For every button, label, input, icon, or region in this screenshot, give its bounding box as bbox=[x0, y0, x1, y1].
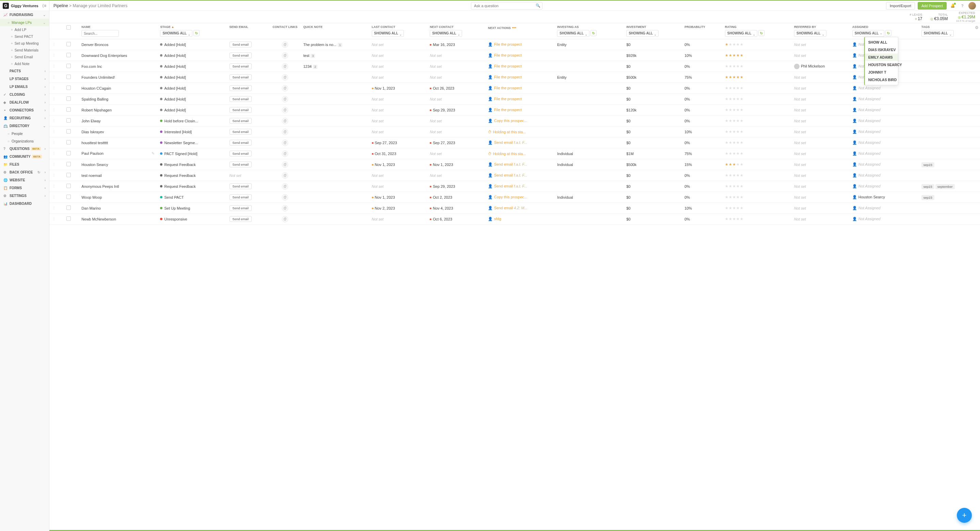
cell-investingas[interactable] bbox=[554, 170, 624, 181]
cell-rating[interactable]: ★★★★★ bbox=[722, 61, 791, 72]
send-email-button[interactable]: Send email bbox=[229, 85, 252, 91]
row-checkbox[interactable] bbox=[67, 129, 71, 134]
cell-nextcontact[interactable]: Mar 16, 2023 bbox=[427, 39, 485, 50]
cell-probability[interactable]: 0% bbox=[682, 170, 722, 181]
cell-quicknote[interactable]: 12342 bbox=[301, 61, 369, 72]
workspace-logo[interactable]: G bbox=[3, 3, 9, 9]
cell-stage[interactable]: Request Feedback bbox=[158, 170, 226, 181]
cell-nextaction[interactable]: 👤Copy this prospec... bbox=[485, 192, 554, 203]
investingas-filter[interactable]: Showing All⌄ bbox=[557, 30, 589, 37]
cell-nextcontact[interactable]: Nov 4, 2023 bbox=[427, 203, 485, 214]
send-email-button[interactable]: Send email bbox=[229, 107, 252, 113]
cell-nextaction[interactable]: 👤Send email f.a.t. F... bbox=[485, 159, 554, 170]
cell-stage[interactable]: Request Feedback bbox=[158, 181, 226, 192]
nav-section[interactable]: 🌐WEBSITE› bbox=[0, 176, 49, 184]
table-row[interactable]: ⋮ housttest testtttt Newsletter Segme...… bbox=[49, 137, 980, 148]
rating-stars[interactable]: ★★★★★ bbox=[725, 75, 744, 79]
cell-assigned[interactable]: 👤Not Assigned bbox=[850, 214, 919, 225]
nav-section[interactable]: ◆DEALFLOW› bbox=[0, 99, 49, 106]
cell-name[interactable]: Woop Woop bbox=[79, 192, 158, 203]
cell-investingas[interactable] bbox=[554, 94, 624, 105]
table-settings-icon[interactable]: ⚙ bbox=[975, 25, 978, 30]
nav-section[interactable]: 📋FORMS› bbox=[0, 184, 49, 192]
cell-stage[interactable]: Added [Hold] bbox=[158, 50, 226, 61]
cell-investment[interactable]: $0 bbox=[624, 192, 682, 203]
col-stage-label[interactable]: STAGE bbox=[160, 25, 170, 29]
table-row[interactable]: ⋮ test noemail Request Feedback Not set … bbox=[49, 170, 980, 181]
cell-assigned[interactable]: 👤Not Assigned bbox=[850, 105, 919, 116]
cell-investment[interactable]: $0 bbox=[624, 170, 682, 181]
cell-nextaction[interactable]: 👤File the prospect bbox=[485, 39, 554, 50]
cell-nextcontact[interactable]: Not set bbox=[427, 148, 485, 159]
cell-quicknote[interactable] bbox=[301, 170, 369, 181]
tag-chip[interactable]: sep23 bbox=[921, 195, 934, 200]
nav-section[interactable]: 📁FILES bbox=[0, 161, 49, 168]
nextactions-menu-icon[interactable]: ••• bbox=[512, 25, 517, 30]
cell-lastcontact[interactable]: Oct 31, 2023 bbox=[369, 148, 427, 159]
cell-referredby[interactable]: Not set bbox=[791, 72, 850, 83]
nav-section[interactable]: PACTs› bbox=[0, 67, 49, 75]
col-rating-label[interactable]: RATING bbox=[725, 25, 789, 29]
cell-quicknote[interactable]: test3 bbox=[301, 50, 369, 61]
col-name-label[interactable]: NAME bbox=[81, 25, 154, 29]
cell-name[interactable]: Founders Unlimited! bbox=[79, 72, 158, 83]
cell-quicknote[interactable] bbox=[301, 137, 369, 148]
nav-section[interactable]: ⚬CONNECTORS› bbox=[0, 106, 49, 114]
cell-investingas[interactable]: Entity bbox=[554, 39, 624, 50]
row-drag-handle[interactable]: ⋮ bbox=[49, 137, 64, 148]
row-checkbox[interactable] bbox=[67, 195, 71, 199]
cell-name[interactable]: Newb McNewberson bbox=[79, 214, 158, 225]
cell-name[interactable]: test noemail bbox=[79, 170, 158, 181]
col-sendemail-label[interactable]: SEND EMAIL bbox=[229, 25, 267, 29]
rating-stars[interactable]: ★★★★★ bbox=[725, 64, 744, 68]
breadcrumb-root[interactable]: Pipeline bbox=[54, 3, 68, 8]
cell-investingas[interactable] bbox=[554, 50, 624, 61]
cell-quicknote[interactable] bbox=[301, 105, 369, 116]
cell-name[interactable]: Foo.com Inc bbox=[79, 61, 158, 72]
cell-quicknote[interactable] bbox=[301, 94, 369, 105]
send-email-button[interactable]: Send email bbox=[229, 64, 252, 69]
cell-probability[interactable]: 75% bbox=[682, 72, 722, 83]
send-email-button[interactable]: Send email bbox=[229, 140, 252, 145]
assign-icon[interactable]: 👤 bbox=[852, 97, 857, 101]
row-checkbox[interactable] bbox=[67, 173, 71, 177]
cell-quicknote[interactable]: The problem is no...1 bbox=[301, 39, 369, 50]
cell-probability[interactable]: 15% bbox=[682, 159, 722, 170]
contact-link-icon[interactable]: @ bbox=[282, 194, 288, 200]
rating-stars[interactable]: ★★★★★ bbox=[725, 195, 744, 199]
cell-referredby[interactable]: Not set bbox=[791, 148, 850, 159]
nav-subitem[interactable]: +Set up Meeting bbox=[0, 40, 49, 47]
nav-section[interactable]: 📇DIRECTORY⌄ bbox=[0, 122, 49, 130]
row-checkbox[interactable] bbox=[67, 42, 71, 46]
col-investment-label[interactable]: INVESTMENT bbox=[626, 25, 679, 29]
nav-section[interactable]: 📊DASHBOARD bbox=[0, 200, 49, 207]
rating-filter[interactable]: Showing All⌄ bbox=[725, 30, 757, 37]
cell-rating[interactable]: ★★★★★ bbox=[722, 94, 791, 105]
cell-nextaction[interactable]: ⏱Holding at this sta... bbox=[485, 126, 554, 137]
cell-nextaction[interactable]: 👤File the prospect bbox=[485, 50, 554, 61]
row-drag-handle[interactable]: ⋮ bbox=[49, 39, 64, 50]
cell-tags[interactable] bbox=[919, 214, 980, 225]
cell-quicknote[interactable] bbox=[301, 148, 369, 159]
assign-icon[interactable]: 👤 bbox=[852, 151, 857, 155]
assign-icon[interactable]: 👤 bbox=[852, 129, 857, 134]
send-email-button[interactable]: Send email bbox=[229, 129, 252, 135]
cell-referredby[interactable]: Not set bbox=[791, 105, 850, 116]
cell-probability[interactable]: 0% bbox=[682, 105, 722, 116]
row-checkbox[interactable] bbox=[67, 151, 71, 155]
cell-investment[interactable]: $1M bbox=[624, 148, 682, 159]
cell-investment[interactable]: $0 bbox=[624, 137, 682, 148]
cell-investingas[interactable] bbox=[554, 137, 624, 148]
cell-referredby[interactable]: Not set bbox=[791, 50, 850, 61]
contact-link-icon[interactable]: @ bbox=[282, 129, 288, 135]
cell-lastcontact[interactable]: Nov 2, 2023 bbox=[369, 203, 427, 214]
cell-assigned[interactable]: 👤Not Assigned bbox=[850, 126, 919, 137]
cell-tags[interactable] bbox=[919, 61, 980, 72]
cell-tags[interactable] bbox=[919, 137, 980, 148]
rating-stars[interactable]: ★★★★★ bbox=[725, 173, 744, 177]
assign-icon[interactable]: 👤 bbox=[852, 173, 857, 177]
cell-nextcontact[interactable]: Not set bbox=[427, 170, 485, 181]
cell-investment[interactable]: $0 bbox=[624, 83, 682, 94]
cell-tags[interactable]: sep23 bbox=[919, 192, 980, 203]
contact-link-icon[interactable]: @ bbox=[282, 118, 288, 124]
